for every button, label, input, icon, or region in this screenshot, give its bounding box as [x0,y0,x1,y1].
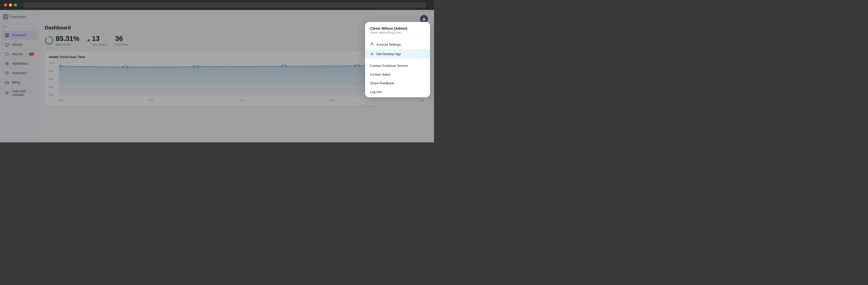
log-out-item[interactable]: Log Out [365,87,430,96]
account-settings-label: Account Settings [376,43,401,46]
share-feedback-label: Share Feedback [370,81,394,85]
download-icon [370,51,374,56]
svg-point-28 [371,43,373,44]
minimize-traffic-light[interactable] [9,3,12,6]
get-desktop-app-label: Get Desktop App [376,52,401,56]
app-container: Or Organization |← Dashboard [0,10,434,142]
browser-chrome [0,0,434,10]
person-icon [370,42,374,47]
dropdown-section-bottom: Contact Customer Service Contact Sales S… [365,60,430,97]
dropdown-user-email: clever.wilson@org.com [370,31,425,34]
contact-sales-label: Contact Sales [370,73,390,76]
user-dropdown-menu: Clever Wilson (Admin) clever.wilson@org.… [365,22,430,97]
share-feedback-item[interactable]: Share Feedback [365,79,430,87]
get-desktop-app-item[interactable]: Get Desktop App [365,49,430,59]
contact-customer-service-item[interactable]: Contact Customer Service [365,61,430,70]
log-out-label: Log Out [370,90,381,94]
account-settings-item[interactable]: Account Settings [365,40,430,49]
dropdown-section-top: Account Settings Get Desktop App [365,38,430,60]
fullscreen-traffic-light[interactable] [14,3,17,6]
close-traffic-light[interactable] [4,3,7,6]
contact-customer-service-label: Contact Customer Service [370,64,408,68]
url-bar[interactable] [23,2,426,8]
dropdown-header: Clever Wilson (Admin) clever.wilson@org.… [365,22,430,38]
contact-sales-item[interactable]: Contact Sales [365,70,430,79]
dropdown-user-name: Clever Wilson (Admin) [370,27,425,30]
